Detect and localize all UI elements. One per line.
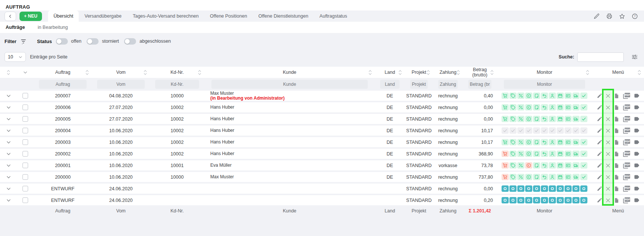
row-checkbox[interactable] [22,151,28,157]
monitor-person-ok[interactable] [549,93,556,99]
monitor-tag-ok[interactable] [509,104,517,111]
monitor-package-ok[interactable] [533,139,540,145]
monitor-truck-draft[interactable] [572,197,580,203]
monitor-package-ok[interactable] [533,104,540,111]
edit-icon[interactable] [593,13,600,19]
sort-icon[interactable] [85,70,89,75]
filter-chip-vom[interactable]: Vom [97,80,145,89]
pdf-icon[interactable]: PDF [622,127,631,134]
edit-icon[interactable] [597,186,602,191]
row-checkbox[interactable] [22,139,28,145]
edit-icon[interactable] [597,174,602,180]
pdf-icon[interactable]: PDF [622,104,631,111]
copy-icon[interactable] [614,163,620,169]
monitor-euro-ok[interactable]: € [525,174,532,180]
monitor-person-done[interactable] [549,127,556,134]
label-icon[interactable] [634,93,640,99]
monitor-percent-draft[interactable] [517,197,524,203]
monitor-euro-draft[interactable] [525,185,532,192]
expand-row-icon[interactable] [6,186,11,191]
cancel-icon[interactable] [605,105,611,111]
expand-row-icon[interactable] [6,93,11,99]
monitor-cart-ok[interactable] [502,93,509,99]
column-settings-icon[interactable] [631,54,638,60]
monitor-tag-draft[interactable] [509,185,517,192]
monitor-undo-ok[interactable] [541,162,548,169]
copy-icon[interactable] [614,93,620,99]
copy-icon[interactable] [614,186,620,192]
monitor-euro-ok[interactable]: € [525,151,532,157]
sort-icon[interactable] [586,70,590,75]
expand-row-icon[interactable] [6,151,11,157]
monitor-truck-done[interactable] [572,127,580,134]
page-size-select[interactable]: 10 [4,52,26,62]
monitor-euro-ok[interactable]: € [525,104,532,111]
monitor-invoice-ok[interactable] [565,139,572,145]
filter-chip-monitor[interactable]: Monitor [504,80,585,89]
monitor-percent-draft[interactable] [517,185,524,192]
monitor-calendar-ok[interactable] [557,139,564,145]
monitor-undo-ok[interactable] [541,139,548,145]
row-checkbox[interactable] [22,93,28,99]
row-checkbox[interactable] [22,128,28,133]
monitor-truck-draft[interactable] [572,185,580,192]
expand-row-icon[interactable] [6,128,11,133]
copy-icon[interactable] [614,174,620,180]
monitor-check-ok[interactable] [580,174,587,180]
tab-offene-dienstleistungen[interactable]: Offene Dienstleistungen [253,10,314,22]
row-checkbox[interactable] [22,116,28,122]
cancel-icon[interactable] [605,163,611,169]
label-icon[interactable] [634,174,640,180]
cancel-icon[interactable] [605,139,611,145]
sort-icon[interactable] [368,70,372,75]
filter-chip-betrag[interactable]: Betrag (br [468,80,491,89]
monitor-percent-ok[interactable] [517,174,524,180]
tab-offene-positionen[interactable]: Offene Positionen [204,10,253,22]
help-icon[interactable]: ? [632,13,638,19]
label-icon[interactable] [634,151,640,157]
monitor-invoice-ok[interactable] [565,162,572,169]
filter-chip-projekt[interactable]: Projekt [410,80,428,89]
monitor-euro-ok[interactable]: € [525,116,532,122]
pdf-icon[interactable]: PDF [622,115,631,122]
edit-icon[interactable] [597,163,602,168]
expand-row-icon[interactable] [6,105,11,110]
cancel-icon[interactable] [605,151,611,157]
monitor-check-ok[interactable] [580,116,587,122]
monitor-calendar-ok[interactable] [557,174,564,180]
monitor-percent-ok[interactable] [517,104,524,111]
monitor-truck-ok[interactable] [572,104,580,111]
sort-icon[interactable] [398,70,402,75]
monitor-cart-alert[interactable] [502,174,509,180]
monitor-invoice-ok[interactable] [565,93,572,99]
monitor-check-draft[interactable] [580,197,587,203]
toggle-track[interactable] [87,38,99,45]
row-checkbox[interactable] [22,163,28,168]
cancel-icon[interactable] [605,197,611,203]
monitor-invoice-draft[interactable] [565,197,572,203]
monitor-percent-ok[interactable] [517,139,524,145]
monitor-package-ok[interactable] [533,116,540,122]
expand-row-icon[interactable] [6,117,11,122]
tab-auftragstatus[interactable]: Auftragstatus [314,10,353,22]
filter-chip-zahlung[interactable]: Zahlung [438,80,458,89]
monitor-calendar-ok[interactable] [557,116,564,122]
row-checkbox[interactable] [22,186,28,191]
row-checkbox[interactable] [22,197,28,203]
edit-icon[interactable] [597,128,602,133]
monitor-tag-ok[interactable] [509,116,517,122]
monitor-invoice-ok[interactable] [565,104,572,111]
monitor-undo-ok[interactable] [541,104,548,111]
expand-row-icon[interactable] [6,198,11,203]
monitor-tag-ok[interactable] [509,93,517,99]
monitor-euro-ok[interactable]: € [525,93,532,99]
monitor-package-draft[interactable] [533,197,540,203]
pdf-icon[interactable]: PDF [622,197,631,204]
monitor-check-done[interactable] [580,127,587,134]
sort-icon[interactable] [6,70,10,75]
monitor-invoice-ok[interactable] [565,174,572,180]
cancel-icon[interactable] [605,93,611,99]
monitor-undo-ok[interactable] [541,174,548,180]
pdf-icon[interactable]: PDF [622,139,631,146]
filter-chip-kunde[interactable]: Kunde [211,80,368,89]
